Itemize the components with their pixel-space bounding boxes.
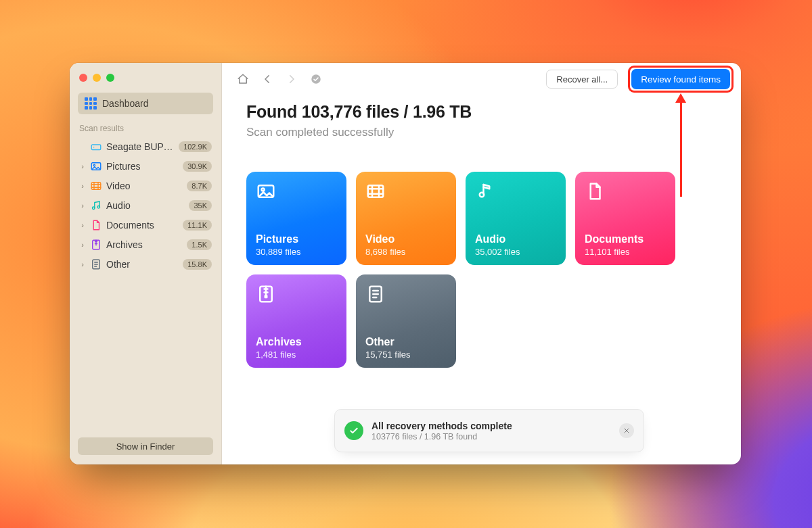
- chevron-right-icon: ›: [79, 182, 86, 190]
- show-in-finder-button[interactable]: Show in Finder: [78, 437, 213, 455]
- svg-point-9: [311, 74, 321, 84]
- svg-point-5: [92, 207, 95, 210]
- dashboard-button[interactable]: Dashboard: [78, 93, 213, 114]
- sidebar-item-label: Other: [106, 259, 179, 270]
- category-card-other[interactable]: Other15,751 files: [356, 274, 456, 368]
- drive-icon: [90, 141, 102, 153]
- home-icon: [237, 73, 249, 85]
- picture-icon: [90, 160, 102, 172]
- sidebar-item-archive[interactable]: ›Archives1.5K: [74, 235, 217, 254]
- sidebar-item-label: Video: [106, 181, 183, 191]
- scan-summary-header: Found 103,776 files / 1.96 TB Scan compl…: [222, 95, 741, 139]
- svg-rect-0: [91, 145, 101, 150]
- sidebar-item-count: 8.7K: [187, 181, 212, 191]
- zoom-window-button[interactable]: [106, 74, 114, 82]
- scan-summary-title: Found 103,776 files / 1.96 TB: [246, 102, 717, 122]
- archive-icon: [256, 284, 276, 304]
- card-file-count: 35,002 files: [475, 247, 556, 257]
- sidebar-item-count: 102.9K: [179, 141, 212, 152]
- sidebar-tree: ›Seagate BUP S…102.9K›Pictures30.9K›Vide…: [70, 137, 221, 274]
- sidebar-item-audio[interactable]: ›Audio35K: [74, 196, 217, 215]
- category-card-doc[interactable]: Documents11,101 files: [575, 172, 675, 265]
- scan-summary-subtitle: Scan completed successfully: [246, 126, 717, 139]
- sidebar: Dashboard Scan results ›Seagate BUP S…10…: [70, 63, 222, 464]
- video-icon: [365, 181, 386, 201]
- picture-icon: [256, 181, 276, 201]
- category-cards: Pictures30,889 filesVideo8,698 filesAudi…: [222, 139, 741, 368]
- app-window: Dashboard Scan results ›Seagate BUP S…10…: [70, 63, 741, 464]
- forward-button[interactable]: [281, 70, 302, 88]
- main-panel: Recover all... Review found items Found …: [222, 63, 741, 464]
- sidebar-item-label: Documents: [106, 220, 179, 231]
- dashboard-label: Dashboard: [102, 98, 149, 109]
- notice-subtitle: 103776 files / 1.96 TB found: [371, 432, 611, 441]
- card-file-count: 11,101 files: [585, 247, 666, 257]
- card-title: Other: [365, 336, 447, 348]
- category-card-picture[interactable]: Pictures30,889 files: [246, 172, 346, 265]
- sidebar-item-label: Audio: [106, 200, 185, 211]
- sidebar-item-count: 1.5K: [187, 239, 212, 250]
- chevron-right-icon: ›: [79, 162, 86, 170]
- chevron-right-icon: ›: [79, 241, 86, 249]
- card-title: Archives: [256, 336, 337, 348]
- svg-rect-4: [91, 183, 101, 190]
- video-icon: [90, 180, 102, 192]
- sidebar-item-label: Pictures: [106, 161, 179, 172]
- toolbar: Recover all... Review found items: [222, 63, 741, 95]
- sidebar-footer: Show in Finder: [70, 431, 221, 464]
- doc-icon: [585, 181, 605, 201]
- card-title: Audio: [475, 233, 556, 245]
- sidebar-item-picture[interactable]: ›Pictures30.9K: [74, 157, 217, 176]
- back-button[interactable]: [257, 70, 277, 88]
- svg-point-6: [97, 206, 100, 208]
- review-found-items-button[interactable]: Review found items: [631, 69, 730, 89]
- svg-point-1: [93, 147, 95, 148]
- status-indicator[interactable]: [306, 70, 326, 88]
- svg-point-13: [480, 193, 484, 197]
- audio-icon: [475, 181, 495, 201]
- chevron-right-icon: ›: [79, 260, 86, 268]
- sidebar-item-video[interactable]: ›Video8.7K: [74, 176, 217, 195]
- chevron-right-icon: [286, 73, 298, 85]
- sidebar-item-drive[interactable]: ›Seagate BUP S…102.9K: [74, 137, 217, 156]
- other-icon: [365, 284, 386, 304]
- success-icon: [344, 421, 363, 440]
- sidebar-item-count: 30.9K: [183, 161, 212, 172]
- close-icon: [623, 427, 631, 435]
- chevron-left-icon: [261, 73, 273, 85]
- close-window-button[interactable]: [79, 74, 87, 82]
- sidebar-item-label: Archives: [106, 239, 183, 250]
- recover-all-button[interactable]: Recover all...: [546, 70, 618, 89]
- home-button[interactable]: [233, 70, 253, 88]
- card-title: Documents: [585, 233, 666, 245]
- sidebar-item-label: Seagate BUP S…: [106, 141, 175, 152]
- window-controls: [70, 63, 221, 89]
- category-card-archive[interactable]: Archives1,481 files: [246, 274, 346, 368]
- notice-close-button[interactable]: [619, 423, 634, 438]
- sidebar-item-count: 11.1K: [183, 220, 212, 231]
- notice-title: All recovery methods complete: [371, 421, 611, 431]
- minimize-window-button[interactable]: [93, 74, 101, 82]
- archive-icon: [90, 239, 102, 251]
- audio-icon: [90, 199, 102, 212]
- completion-notice: All recovery methods complete 103776 fil…: [334, 409, 644, 452]
- svg-point-3: [93, 164, 95, 166]
- check-circle-icon: [310, 73, 322, 85]
- card-file-count: 8,698 files: [365, 247, 447, 257]
- svg-rect-12: [368, 185, 384, 197]
- sidebar-item-doc[interactable]: ›Documents11.1K: [74, 216, 217, 235]
- category-card-audio[interactable]: Audio35,002 files: [466, 172, 566, 265]
- sidebar-item-count: 35K: [189, 200, 212, 211]
- sidebar-item-count: 15.8K: [183, 259, 212, 270]
- dashboard-icon: [85, 97, 97, 110]
- card-file-count: 1,481 files: [256, 350, 337, 360]
- other-icon: [90, 258, 102, 270]
- sidebar-section-label: Scan results: [70, 124, 221, 137]
- chevron-right-icon: ›: [79, 221, 86, 229]
- doc-icon: [90, 219, 102, 231]
- card-title: Video: [365, 233, 447, 245]
- chevron-right-icon: ›: [79, 201, 86, 210]
- card-file-count: 15,751 files: [365, 350, 447, 360]
- category-card-video[interactable]: Video8,698 files: [356, 172, 456, 265]
- sidebar-item-other[interactable]: ›Other15.8K: [74, 255, 217, 274]
